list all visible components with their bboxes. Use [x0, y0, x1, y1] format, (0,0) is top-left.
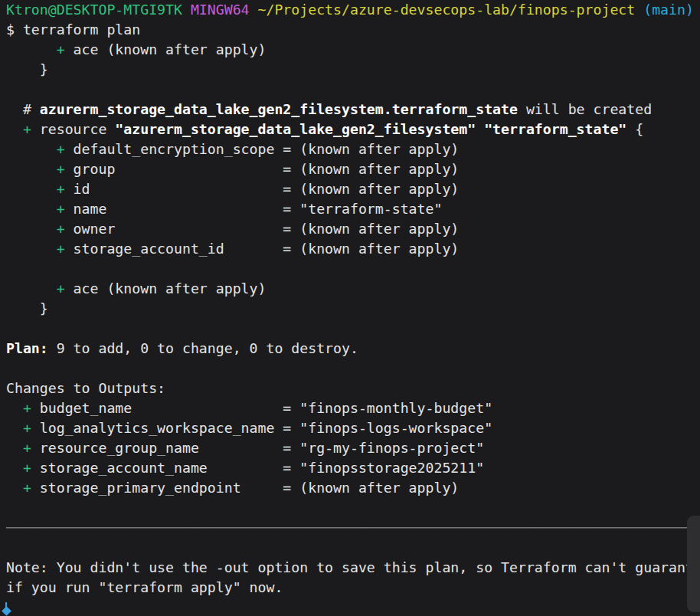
terminal-text-segment: Ktron@DESKTOP-MTGI9TK: [6, 2, 182, 18]
terminal-text-segment: [635, 2, 643, 18]
terminal-text-segment: budget_name = "finops-monthly-budget": [31, 400, 492, 416]
terminal-text-segment: [6, 440, 23, 456]
terminal-text-segment: default_encryption_scope = (known after …: [65, 141, 460, 157]
terminal-text-segment: [6, 161, 57, 177]
terminal-text-segment: +: [57, 161, 65, 177]
terminal-text-segment: (main): [643, 2, 694, 18]
partial-prompt-glyph-icon: [2, 602, 13, 616]
blank-line: [6, 259, 700, 279]
separator-line: ────────────────────────────────────────…: [6, 518, 700, 538]
terminal-text-segment: +: [57, 241, 65, 257]
outputs-header-line: Changes to Outputs:: [6, 378, 700, 398]
terminal-text-segment: will be created: [518, 101, 652, 117]
terminal-text-segment: {: [626, 121, 643, 137]
terminal-text-segment: [6, 460, 23, 476]
scrollbar-thumb[interactable]: [687, 516, 700, 612]
blank-line: [6, 359, 700, 378]
attr-line: + default_encryption_scope = (known afte…: [6, 139, 700, 159]
terminal-text-segment: [6, 201, 57, 217]
terminal-text-segment: [6, 480, 23, 496]
terminal-text-segment: }: [6, 300, 48, 316]
terminal-text-segment: [6, 41, 57, 57]
terminal-text-segment: group = (known after apply): [65, 161, 460, 177]
terminal-text-segment: +: [57, 280, 65, 297]
terminal-text-segment: "azurerm_storage_data_lake_gen2_filesyst…: [115, 121, 476, 137]
block-close-line: }: [6, 60, 700, 80]
output-line: + log_analytics_workspace_name = "finops…: [6, 418, 700, 438]
resource-header-line: + resource "azurerm_storage_data_lake_ge…: [6, 120, 700, 139]
terminal-text-segment: +: [23, 121, 31, 137]
terminal-text-segment: 9 to add, 0 to change, 0 to destroy.: [48, 340, 358, 356]
note-line: if you run "terraform apply" now.: [6, 578, 700, 598]
prompt-line: Ktron@DESKTOP-MTGI9TK MINGW64 ~/Projects…: [6, 0, 700, 20]
terminal-text-segment: Plan:: [6, 340, 48, 356]
command-line: $ terraform plan: [6, 20, 700, 40]
terminal-text-segment: storage_account_name = "finopsstorage202…: [31, 460, 484, 476]
glyph-diamond: [2, 606, 11, 616]
terminal-text-segment: storage_primary_endpoint = (known after …: [31, 480, 459, 496]
terminal-text-segment: }: [6, 61, 48, 77]
terminal-text-segment: +: [57, 141, 65, 157]
attr-line: + id = (known after apply): [6, 179, 700, 199]
terminal-text-segment: [6, 121, 23, 137]
terminal-text-segment: $ terraform plan: [6, 21, 140, 38]
terminal-text-segment: [6, 420, 23, 436]
terminal-text-segment: [250, 2, 258, 18]
blank-line: [6, 319, 700, 339]
note-line: Note: You didn't use the -out option to …: [6, 558, 700, 578]
block-close-line: }: [6, 299, 700, 319]
terminal-text-segment: +: [57, 41, 65, 57]
terminal-text-segment: [6, 280, 57, 297]
terminal-text-segment: [6, 241, 57, 257]
terminal-text-segment: storage_account_id = (known after apply): [65, 241, 460, 257]
terminal-text-segment: ~/Projects/azure-devsecops-lab/finops-pr…: [258, 2, 636, 18]
blank-line: [6, 538, 700, 558]
terminal-text-segment: ────────────────────────────────────────…: [6, 519, 700, 536]
terminal-text-segment: resource_group_name = "rg-my-finops-proj…: [31, 440, 484, 456]
terminal-text-segment: Changes to Outputs:: [6, 380, 165, 396]
terminal-text-segment: +: [23, 460, 31, 476]
terminal-text-segment: ace (known after apply): [65, 280, 267, 297]
terminal-text-segment: owner = (known after apply): [65, 221, 460, 237]
terminal-text-segment: id = (known after apply): [65, 181, 460, 197]
terminal-text-segment: +: [57, 221, 65, 237]
terminal-text-segment: resource: [31, 121, 116, 137]
terminal-text-segment: MINGW64: [191, 2, 250, 18]
terminal-text-segment: [6, 141, 57, 157]
terminal-text-segment: +: [23, 480, 31, 496]
terminal-text-segment: azurerm_storage_data_lake_gen2_filesyste…: [40, 101, 518, 117]
attr-line: + name = "terraform-state": [6, 199, 700, 219]
terminal-text-segment: +: [23, 420, 31, 436]
output-line: + resource_group_name = "rg-my-finops-pr…: [6, 438, 700, 458]
terminal-text-segment: name = "terraform-state": [65, 201, 443, 217]
attr-line: + storage_account_id = (known after appl…: [6, 239, 700, 259]
attr-line: + ace (known after apply): [6, 40, 700, 60]
terminal-text-segment: log_analytics_workspace_name = "finops-l…: [31, 420, 492, 436]
terminal-text-segment: +: [57, 181, 65, 197]
terminal-text-segment: #: [6, 101, 40, 117]
terminal-text-segment: [6, 221, 57, 237]
resource-comment-line: # azurerm_storage_data_lake_gen2_filesys…: [6, 100, 700, 120]
terminal-output: Ktron@DESKTOP-MTGI9TK MINGW64 ~/Projects…: [0, 0, 700, 598]
terminal-text-segment: +: [23, 440, 31, 456]
blank-line: [6, 80, 700, 100]
terminal-text-segment: if you run "terraform apply" now.: [6, 579, 283, 595]
output-line: + budget_name = "finops-monthly-budget": [6, 398, 700, 418]
output-line: + storage_account_name = "finopsstorage2…: [6, 458, 700, 478]
terminal-text-segment: Note: You didn't use the -out option to …: [6, 559, 694, 575]
terminal-text-segment: [6, 400, 23, 416]
attr-line: + owner = (known after apply): [6, 219, 700, 239]
output-line: + storage_primary_endpoint = (known afte…: [6, 478, 700, 498]
terminal-text-segment: [6, 181, 57, 197]
terminal-text-segment: +: [23, 400, 31, 416]
terminal-text-segment: [182, 2, 191, 18]
terminal-text-segment: "terraform_state": [484, 121, 626, 137]
terminal-text-segment: +: [57, 201, 65, 217]
plan-summary-line: Plan: 9 to add, 0 to change, 0 to destro…: [6, 339, 700, 359]
terminal-text-segment: ace (known after apply): [65, 41, 267, 57]
terminal-text-segment: [476, 121, 484, 137]
attr-line: + group = (known after apply): [6, 159, 700, 179]
blank-line: [6, 498, 700, 518]
attr-line: + ace (known after apply): [6, 279, 700, 299]
